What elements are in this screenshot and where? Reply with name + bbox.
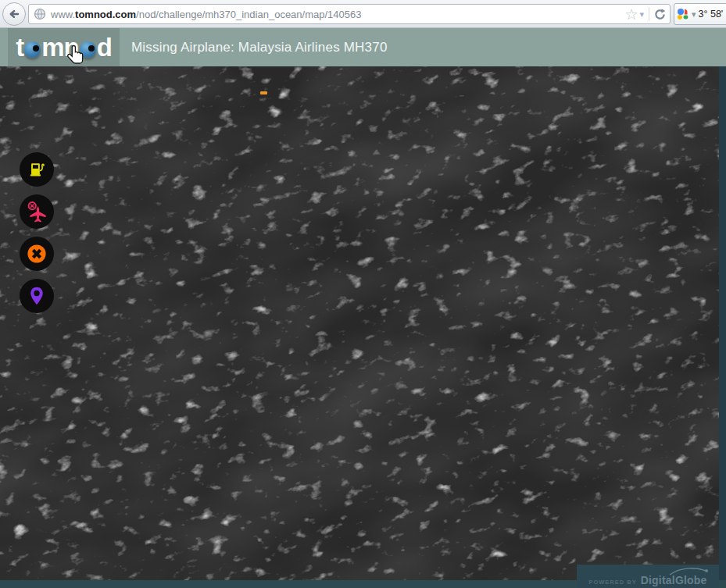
back-arrow-icon <box>6 6 22 22</box>
url-www: www. <box>51 9 75 20</box>
addon-value: 3° 58' <box>699 9 724 20</box>
map-attribution: POWERED BY DigitalGlobe <box>577 565 719 588</box>
url-domain: tomnod.com <box>75 9 136 20</box>
addon-logo-icon <box>677 8 689 20</box>
page-background-strip <box>719 66 726 588</box>
marker-button-wreckage[interactable] <box>20 194 54 229</box>
fuel-pump-icon <box>23 156 50 183</box>
coordinates-addon[interactable]: ▾ 3° 58' <box>674 3 726 25</box>
attribution-prefix: POWERED BY <box>588 579 636 586</box>
back-button[interactable] <box>2 2 26 26</box>
logo-letter: t <box>16 34 23 60</box>
tomnod-logo[interactable]: t mn d <box>8 28 120 66</box>
addon-dropdown-icon: ▾ <box>692 9 696 20</box>
reload-icon[interactable] <box>653 8 667 21</box>
marker-button-location[interactable] <box>20 279 54 313</box>
browser-toolbar: www.tomnod.com/nod/challenge/mh370_india… <box>0 0 726 28</box>
logo-letter: d <box>97 34 112 60</box>
digitalglobe-swoosh-icon <box>667 565 712 576</box>
crashed-airplane-icon <box>23 198 50 225</box>
logo-letter: mn <box>41 34 79 60</box>
x-circle-icon <box>23 241 50 267</box>
globe-icon <box>34 8 46 20</box>
marker-button-debris[interactable] <box>20 237 54 271</box>
accent-indicator <box>260 91 267 94</box>
page-title: Missing Airplane: Malaysia Airlines MH37… <box>131 28 388 66</box>
marker-button-oil-slick[interactable] <box>20 152 54 187</box>
map-pin-icon <box>23 283 50 309</box>
site-header: t mn d Missing Airplane: Malaysia Airlin… <box>0 28 726 66</box>
bookmark-star-icon[interactable]: ☆ <box>624 7 638 22</box>
page: POWERED BY DigitalGlobe t mn d Missing A… <box>0 0 726 588</box>
url-path: /nod/challenge/mh370_indian_ocean/map/14… <box>136 9 361 20</box>
urlbar-divider <box>649 7 649 21</box>
ocean-texture <box>0 66 719 588</box>
logo-eye-icon <box>24 41 41 58</box>
urlbar-dropdown-icon[interactable]: ▾ <box>639 9 644 20</box>
logo-eye-icon <box>80 41 96 58</box>
satellite-map-canvas[interactable] <box>0 66 719 588</box>
url-bar[interactable]: www.tomnod.com/nod/challenge/mh370_india… <box>28 4 671 24</box>
